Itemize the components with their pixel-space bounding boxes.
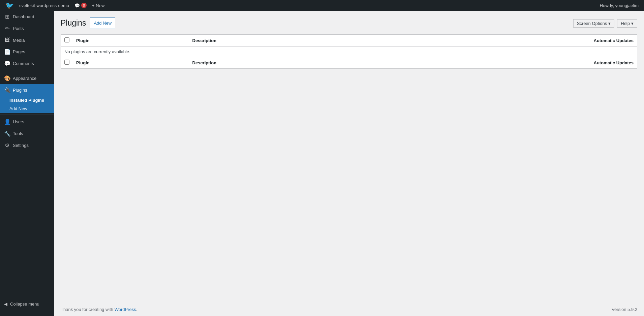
plugins-icon: 🔌 [4,87,10,93]
sidebar-item-pages-label: Pages [13,49,25,54]
tools-icon: 🔧 [4,130,10,137]
th-plugin-top: Plugin [73,35,189,46]
th-plugin-label-bottom: Plugin [76,60,90,65]
site-name-bar-item[interactable]: sveltekit-wordpress-demo [17,0,72,11]
th-description-bottom: Description [189,57,367,69]
sidebar-item-appearance[interactable]: 🎨 Appearance [0,72,54,84]
sidebar-item-users[interactable]: 👤 Users [0,116,54,128]
wp-logo[interactable]: 🐦 [3,0,17,11]
settings-icon: ⚙ [4,142,10,149]
page-title-area: Plugins Add New [61,18,115,29]
menu-separator [0,71,54,71]
sidebar-item-posts-label: Posts [13,26,24,31]
sidebar-item-posts-link[interactable]: ✏ Posts [0,23,54,34]
table-tfoot: Plugin Description Automatic Updates [61,57,637,69]
footer-thank-you: Thank you for creating with WordPress. [61,307,137,312]
sidebar-item-media-label: Media [13,38,25,43]
menu-separator-2 [0,114,54,115]
dashboard-icon: ⊞ [4,13,10,20]
sidebar-subitem-add-new[interactable]: Add New [0,104,54,113]
screen-options-button[interactable]: Screen Options ▾ [573,19,615,28]
howdy-bar-item[interactable]: Howdy, youngjaelim [597,0,641,11]
help-arrow: ▾ [631,21,634,26]
no-plugins-cell: No plugins are currently available. [61,46,637,57]
plugins-submenu: Installed Plugins Add New [0,96,54,113]
th-auto-updates-label-bottom: Automatic Updates [594,60,634,65]
sidebar-item-tools-link[interactable]: 🔧 Tools [0,128,54,139]
sidebar-item-posts[interactable]: ✏ Posts [0,23,54,34]
posts-icon: ✏ [4,25,10,32]
wp-content: Plugins Add New Screen Options ▾ Help ▾ [54,11,644,316]
th-plugin-bottom: Plugin [73,57,189,69]
footer-version: Version 5.9.2 [612,307,637,312]
pages-icon: 📄 [4,49,10,55]
sidebar-item-pages-link[interactable]: 📄 Pages [0,46,54,58]
table-header-row-bottom: Plugin Description Automatic Updates [61,57,637,69]
footer-thank-you-text: Thank you for creating with [61,307,113,312]
appearance-icon: 🎨 [4,75,10,82]
comments-count: 0 [81,3,87,8]
sidebar-item-media-link[interactable]: 🖼 Media [0,34,54,46]
collapse-menu-button[interactable]: ◀ Collapse menu [0,299,54,309]
sidebar-item-pages[interactable]: 📄 Pages [0,46,54,58]
th-description-label-top: Description [192,38,217,43]
th-check-all-bottom[interactable] [61,57,73,69]
comments-bar-item[interactable]: 💬 0 [72,0,89,11]
page-title: Plugins [61,18,86,28]
th-plugin-label-top: Plugin [76,38,90,43]
th-description-label-bottom: Description [192,60,217,65]
th-auto-updates-bottom: Automatic Updates [367,57,637,69]
sidebar-subitem-add-new-link[interactable]: Add New [0,104,54,113]
table-tbody: No plugins are currently available. [61,46,637,57]
plugins-table: Plugin Description Automatic Updates No … [61,34,637,69]
sidebar-item-comments[interactable]: 💬 Comments [0,58,54,69]
th-check-all-top[interactable] [61,35,73,46]
sidebar-item-tools-label: Tools [13,131,23,136]
sidebar-item-comments-label: Comments [13,61,34,66]
comments-icon: 💬 [4,60,10,67]
collapse-menu-icon: ◀ [4,302,7,307]
sidebar-subitem-installed-plugins-link[interactable]: Installed Plugins [0,96,54,104]
screen-options-label: Screen Options [577,21,607,26]
wp-logo-icon: 🐦 [5,1,14,9]
sidebar-item-media[interactable]: 🖼 Media [0,34,54,46]
check-all-checkbox-bottom[interactable] [64,60,69,65]
collapse-menu-label: Collapse menu [10,302,39,307]
th-auto-updates-label-top: Automatic Updates [594,38,634,43]
sidebar-item-plugins-label: Plugins [13,88,27,93]
sidebar-item-plugins-link[interactable]: 🔌 Plugins [0,84,54,96]
check-all-checkbox-top[interactable] [64,37,69,42]
header-actions: Screen Options ▾ Help ▾ [573,19,637,28]
sidebar-item-appearance-link[interactable]: 🎨 Appearance [0,72,54,84]
sidebar-subitem-installed-plugins[interactable]: Installed Plugins [0,96,54,104]
wp-body-content: Plugins Add New Screen Options ▾ Help ▾ [54,11,644,303]
comment-icon: 💬 [74,3,80,8]
help-button[interactable]: Help ▾ [617,19,637,28]
sidebar-item-plugins[interactable]: 🔌 Plugins Installed Plugins Add New [0,84,54,113]
howdy-label: Howdy, youngjaelim [600,3,639,8]
sidebar-item-appearance-label: Appearance [13,76,36,81]
new-label: + New [92,3,104,8]
admin-menu-wrap: ⊞ Dashboard ✏ Posts 🖼 Media 📄 Pa [0,11,54,316]
media-icon: 🖼 [4,37,10,43]
installed-plugins-label: Installed Plugins [9,98,44,103]
sidebar-item-dashboard[interactable]: ⊞ Dashboard [0,11,54,23]
sidebar-item-dashboard-link[interactable]: ⊞ Dashboard [0,11,54,23]
table-header-row-top: Plugin Description Automatic Updates [61,35,637,46]
add-new-button[interactable]: Add New [90,18,115,29]
table-thead-top: Plugin Description Automatic Updates [61,35,637,46]
th-auto-updates-top: Automatic Updates [367,35,637,46]
site-name-label: sveltekit-wordpress-demo [19,3,69,8]
page-header: Plugins Add New Screen Options ▾ Help ▾ [61,18,637,29]
sidebar-item-settings-link[interactable]: ⚙ Settings [0,139,54,151]
sidebar-item-comments-link[interactable]: 💬 Comments [0,58,54,69]
sidebar-item-tools[interactable]: 🔧 Tools [0,128,54,139]
sidebar-item-dashboard-label: Dashboard [13,14,34,19]
wp-footer: Thank you for creating with WordPress. V… [54,303,644,316]
sidebar-item-settings[interactable]: ⚙ Settings [0,139,54,151]
help-label: Help [621,21,630,26]
new-bar-item[interactable]: + New [89,0,107,11]
footer-wordpress-link[interactable]: WordPress [115,307,136,312]
add-new-label: Add New [9,106,27,111]
sidebar-item-users-link[interactable]: 👤 Users [0,116,54,128]
